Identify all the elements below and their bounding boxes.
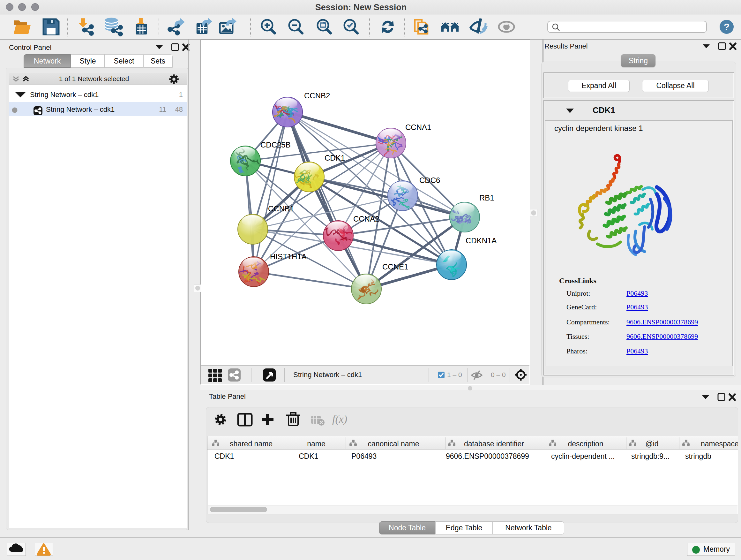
svg-text:HIST1H1A: HIST1H1A xyxy=(270,252,307,261)
svg-text:CDC6: CDC6 xyxy=(419,176,440,185)
svg-text:CDK1: CDK1 xyxy=(325,153,345,162)
svg-text:CCNA1: CCNA1 xyxy=(405,123,431,132)
svg-text:CCNE1: CCNE1 xyxy=(382,262,408,271)
svg-text:CCNB2: CCNB2 xyxy=(304,91,330,100)
svg-text:CDKN1A: CDKN1A xyxy=(466,236,496,245)
svg-text:RB1: RB1 xyxy=(479,193,494,202)
svg-text:CDC25B: CDC25B xyxy=(260,140,291,149)
svg-text:CCNA2: CCNA2 xyxy=(353,214,379,223)
svg-text:CCNB1: CCNB1 xyxy=(268,204,294,213)
